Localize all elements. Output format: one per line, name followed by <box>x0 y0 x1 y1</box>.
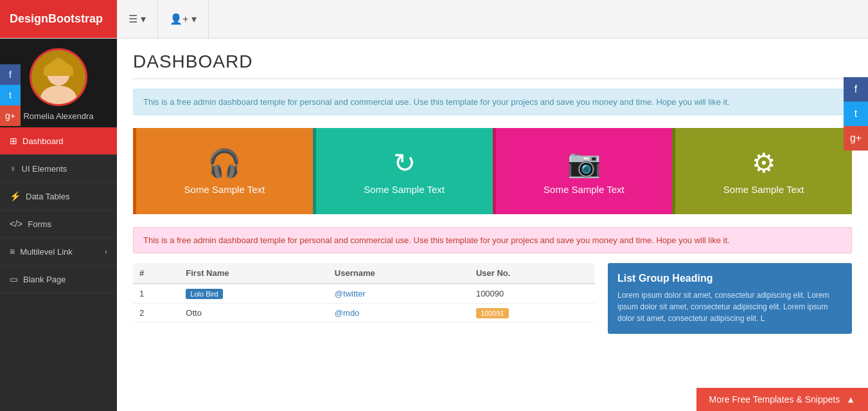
content-area: DASHBOARD This is a free admin dashboard… <box>117 39 868 411</box>
card-1[interactable]: 🎧 Some Sample Text <box>133 128 313 214</box>
avatar-image <box>31 50 85 104</box>
username-link[interactable]: @twitter <box>335 289 366 298</box>
row2-first-name: Otto <box>179 304 328 323</box>
right-facebook-icon: f <box>855 84 857 95</box>
menu-dropdown-arrow: ▾ <box>141 13 146 25</box>
info-box-blue: This is a free admin dashboard temple fo… <box>133 89 852 115</box>
top-navbar: DesignBootstrap ☰ ▾ 👤+ ▾ <box>0 0 868 39</box>
list-group-heading: List Group Heading <box>617 273 842 284</box>
multilevel-icon: ≡ <box>10 246 15 257</box>
ui-elements-icon: ♀ <box>10 163 17 174</box>
list-group-text: Lorem ipsum dolor sit amet, consectetur … <box>617 289 842 324</box>
userno-badge: 100091 <box>476 308 509 318</box>
more-templates-label: More Free Templates & Snippets <box>709 394 840 405</box>
sidebar-item-dashboard[interactable]: ⊞ Dashboard <box>0 127 117 155</box>
bottom-row: # First Name Username User No. 1 Lolo Bi… <box>133 263 852 334</box>
card-2[interactable]: ↻ Some Sample Text <box>313 128 493 214</box>
table-section: # First Name Username User No. 1 Lolo Bi… <box>133 263 595 334</box>
camera-icon: 📷 <box>567 147 601 179</box>
card-3[interactable]: 📷 Some Sample Text <box>493 128 673 214</box>
refresh-icon: ↻ <box>393 147 416 179</box>
avatar <box>30 48 87 106</box>
table-row: 2 Otto @mdo 100091 <box>133 304 595 323</box>
info-box-pink: This is a free admin dashboard temple fo… <box>133 227 852 253</box>
sidebar-facebook-btn[interactable]: f <box>0 64 21 85</box>
social-icons: f t g+ <box>0 64 21 126</box>
card-2-text: Some Sample Text <box>364 184 445 195</box>
right-googleplus-btn[interactable]: g+ <box>844 126 868 151</box>
row1-num: 1 <box>133 284 179 304</box>
sidebar-item-blank-page[interactable]: ▭ Blank Page <box>0 266 117 293</box>
user-menu-btn[interactable]: 👤+ ▾ <box>158 0 209 38</box>
title-divider <box>133 78 852 79</box>
sidebar-profile: f t g+ Romelia Alexendra <box>0 39 117 127</box>
main-layout: f t g+ Romelia Alexendra <box>0 39 868 411</box>
row1-userno: 100090 <box>470 284 595 304</box>
gear-icon: ⚙ <box>752 147 776 179</box>
right-googleplus-icon: g+ <box>850 132 862 144</box>
right-social-bar: f t g+ <box>844 77 868 151</box>
row1-first-name: Lolo Bird <box>179 284 328 304</box>
card-4-text: Some Sample Text <box>723 184 804 195</box>
row2-num: 2 <box>133 304 179 323</box>
page-title: DASHBOARD <box>133 51 852 72</box>
list-group-section: List Group Heading Lorem ipsum dolor sit… <box>608 263 852 334</box>
sidebar-username: Romelia Alexendra <box>23 111 93 121</box>
collapse-arrow: ‹ <box>105 248 107 255</box>
brand-logo: DesignBootstrap <box>0 0 117 38</box>
card-1-text: Some Sample Text <box>184 184 265 195</box>
col-num: # <box>133 263 179 284</box>
username-link2[interactable]: @mdo <box>335 308 360 318</box>
sidebar-item-data-tables[interactable]: ⚡ Data Tables <box>0 183 117 210</box>
dashboard-icon: ⊞ <box>10 136 17 146</box>
name-badge: Lolo Bird <box>186 289 222 299</box>
card-4[interactable]: ⚙ Some Sample Text <box>672 128 852 214</box>
row1-username: @twitter <box>328 284 470 304</box>
list-group-card: List Group Heading Lorem ipsum dolor sit… <box>608 263 852 334</box>
right-facebook-btn[interactable]: f <box>844 77 868 102</box>
card-3-text: Some Sample Text <box>544 184 624 195</box>
headphone-icon: 🎧 <box>208 147 241 179</box>
right-twitter-icon: t <box>855 108 857 120</box>
cards-row: 🎧 Some Sample Text ↻ Some Sample Text 📷 … <box>133 128 852 214</box>
col-first-name: First Name <box>179 263 328 284</box>
table-header-row: # First Name Username User No. <box>133 263 595 284</box>
sidebar-item-forms[interactable]: </> Forms <box>0 210 117 238</box>
col-username: Username <box>328 263 470 284</box>
row2-username: @mdo <box>328 304 470 323</box>
sidebar: f t g+ Romelia Alexendra <box>0 39 117 411</box>
forms-icon: </> <box>10 219 22 229</box>
more-templates-arrow: ▲ <box>846 394 855 405</box>
sidebar-item-multilevel[interactable]: ≡ Multilevel Link ‹ <box>0 238 117 266</box>
hamburger-icon: ☰ <box>128 13 137 25</box>
more-templates-bar[interactable]: More Free Templates & Snippets ▲ <box>696 388 868 411</box>
sidebar-twitter-btn[interactable]: t <box>0 85 21 105</box>
col-user-no: User No. <box>470 263 595 284</box>
sidebar-item-ui-elements[interactable]: ♀ UI Elements <box>0 155 117 183</box>
right-twitter-btn[interactable]: t <box>844 102 868 126</box>
blank-page-icon: ▭ <box>10 274 18 284</box>
data-table: # First Name Username User No. 1 Lolo Bi… <box>133 263 595 323</box>
table-row: 1 Lolo Bird @twitter 100090 <box>133 284 595 304</box>
user-icon: 👤+ <box>170 13 188 25</box>
user-dropdown-arrow: ▾ <box>191 13 197 25</box>
menu-toggle-btn[interactable]: ☰ ▾ <box>117 0 158 38</box>
data-tables-icon: ⚡ <box>10 191 21 201</box>
sidebar-googleplus-btn[interactable]: g+ <box>0 105 21 126</box>
sidebar-menu: ⊞ Dashboard ♀ UI Elements ⚡ Data Tables … <box>0 127 117 411</box>
row2-userno: 100091 <box>470 304 595 323</box>
